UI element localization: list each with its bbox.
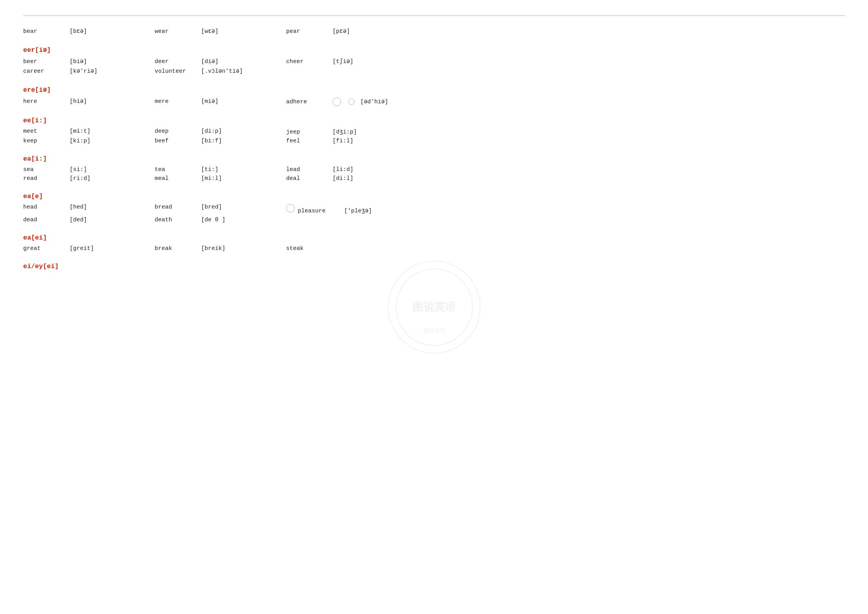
ea-e-section: ea[e] head [hed] bread [bred] pleasure […: [23, 193, 845, 223]
word: deer: [155, 58, 201, 65]
word-col: keep [ki:p]: [23, 138, 155, 144]
phonetic: [mi:l]: [201, 175, 278, 182]
phonetic: [əd'hiə]: [333, 97, 410, 106]
word-row: keep [ki:p] beef [bi:f] feel [fi:l]: [23, 138, 845, 144]
word-col: jeep [dʒi:p]: [286, 128, 418, 135]
word-row: head [hed] bread [bred] pleasure ['pleʒə…: [23, 204, 845, 214]
phonetic: [de θ ]: [201, 217, 278, 223]
phonetic: [greit]: [70, 245, 147, 252]
phonetic: [pɛə]: [333, 27, 410, 35]
word: mere: [155, 98, 201, 105]
word-row: sea [si:] tea [ti:] lead [li:d]: [23, 166, 845, 173]
ea-ei-section: ea[ei] great [greit] break [breik] steak: [23, 234, 845, 252]
word-col: wear [wɛə]: [155, 27, 286, 35]
phonetic: [hed]: [70, 204, 147, 210]
word-row: dead [ded] death [de θ ]: [23, 217, 845, 223]
word: break: [155, 245, 201, 252]
section-heading: ere[iə]: [23, 86, 845, 94]
word-col: lead [li:d]: [286, 166, 418, 173]
word: cheer: [286, 58, 333, 65]
word: pleasure: [298, 208, 344, 214]
word-col: cheer [tʃiə]: [286, 58, 418, 65]
word-col: feel [fi:l]: [286, 138, 418, 144]
word-col: beer [biə]: [23, 58, 155, 65]
bear-section: bear [bɛə] wear [wɛə] pear [pɛə]: [23, 27, 845, 35]
phonetic: [breik]: [201, 245, 278, 252]
section-heading: eer[iə]: [23, 46, 845, 54]
word-col: beef [bi:f]: [155, 138, 286, 144]
ea-i-section: ea[i:] sea [si:] tea [ti:] lead [li:d] r…: [23, 155, 845, 182]
phonetic: [ded]: [70, 217, 147, 223]
word-col: bread [bred]: [155, 204, 286, 214]
word-col: dead [ded]: [23, 217, 155, 223]
word-col: meal [mi:l]: [155, 175, 286, 182]
word-row: career [kə'riə] volunteer [.vɔlən'tiə]: [23, 67, 845, 75]
phonetic: [ki:p]: [70, 138, 147, 144]
word-col: break [breik]: [155, 245, 286, 252]
word-col: death [de θ ]: [155, 217, 286, 223]
word-col: meet [mi:t]: [23, 128, 155, 135]
word-col: pleasure ['pleʒə]: [286, 204, 421, 214]
phonetic: [tʃiə]: [333, 58, 410, 65]
eer-section: eer[iə] beer [biə] deer [diə] cheer [tʃi…: [23, 46, 845, 75]
word: career: [23, 68, 70, 75]
watermark-sub: 图说英语: [423, 327, 445, 334]
watermark-inner-circle: [396, 269, 473, 346]
circle-icon: [348, 99, 355, 105]
word: steak: [286, 245, 333, 252]
word-col: steak: [286, 245, 418, 252]
word: adhere: [286, 99, 333, 105]
section-heading: ea[i:]: [23, 155, 845, 162]
section-heading: ea[e]: [23, 193, 845, 200]
phonetic: [fi:l]: [333, 138, 410, 144]
section-heading: ee[i:]: [23, 117, 845, 124]
word: jeep: [286, 129, 333, 135]
phonetic: [dʒi:p]: [333, 128, 410, 135]
word-col: deer [diə]: [155, 58, 286, 65]
section-heading: ei/ey[ei]: [23, 263, 845, 270]
word-col: tea [ti:]: [155, 166, 286, 173]
circle-icon: [286, 204, 295, 212]
phonetic: [wɛə]: [201, 27, 278, 35]
circle-icon: [333, 97, 341, 106]
word-col: bear [bɛə]: [23, 27, 155, 35]
word: dead: [23, 217, 70, 223]
phonetic: [biə]: [70, 58, 147, 65]
ee-section: ee[i:] meet [mi:t] deep [di:p] jeep [dʒi…: [23, 117, 845, 144]
watermark: 图说英语 图说英语: [384, 257, 484, 357]
word-col: mere [miə]: [155, 97, 286, 106]
word-row: beer [biə] deer [diə] cheer [tʃiə]: [23, 58, 845, 65]
phonetic: [di:l]: [333, 175, 410, 182]
word: lead: [286, 166, 333, 173]
word-row: meet [mi:t] deep [di:p] jeep [dʒi:p]: [23, 128, 845, 135]
watermark-outer-circle: [388, 261, 481, 354]
phonetic: [di:p]: [201, 128, 278, 135]
phonetic: [ti:]: [201, 166, 278, 173]
word: read: [23, 175, 70, 182]
word: wear: [155, 28, 201, 35]
word: tea: [155, 166, 201, 173]
word-col: deal [di:l]: [286, 175, 418, 182]
word-row: here [hiə] mere [miə] adhere [əd'hiə]: [23, 97, 845, 106]
word: keep: [23, 138, 70, 144]
word: meet: [23, 128, 70, 135]
phonetic: [li:d]: [333, 166, 410, 173]
phonetic: [bi:f]: [201, 138, 278, 144]
ei-ey-section: ei/ey[ei]: [23, 263, 845, 270]
word: pear: [286, 28, 333, 35]
word: volunteer: [155, 68, 201, 75]
phonetic: [ri:d]: [70, 175, 147, 182]
word: death: [155, 217, 201, 223]
top-divider: [23, 15, 845, 16]
word: head: [23, 204, 70, 210]
word: bread: [155, 204, 201, 210]
word: bear: [23, 28, 70, 35]
ere-section: ere[iə] here [hiə] mere [miə] adhere [əd…: [23, 86, 845, 106]
phonetic: [hiə]: [70, 97, 147, 105]
phonetic: [bɛə]: [70, 27, 147, 35]
section-heading: ea[ei]: [23, 234, 845, 241]
word-col: career [kə'riə]: [23, 67, 155, 75]
word-col: adhere [əd'hiə]: [286, 97, 418, 106]
phonetic: [kə'riə]: [70, 67, 147, 75]
word-row: bear [bɛə] wear [wɛə] pear [pɛə]: [23, 27, 845, 35]
